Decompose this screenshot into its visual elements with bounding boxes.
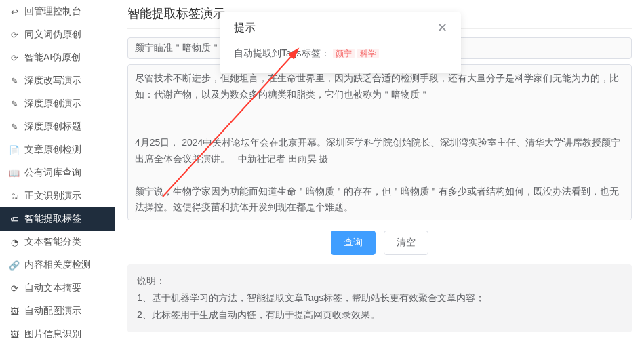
extracted-tag-1: 科学 bbox=[357, 49, 379, 58]
modal-body: 自动提取到Tags标签：颜宁科学 bbox=[220, 38, 461, 73]
tips-modal: 提示 ✕ 自动提取到Tags标签：颜宁科学 bbox=[220, 12, 461, 73]
modal-body-prefix: 自动提取到Tags标签： bbox=[234, 47, 330, 58]
extracted-tag-0: 颜宁 bbox=[333, 49, 355, 58]
modal-title: 提示 bbox=[234, 21, 256, 35]
close-icon[interactable]: ✕ bbox=[437, 20, 447, 35]
